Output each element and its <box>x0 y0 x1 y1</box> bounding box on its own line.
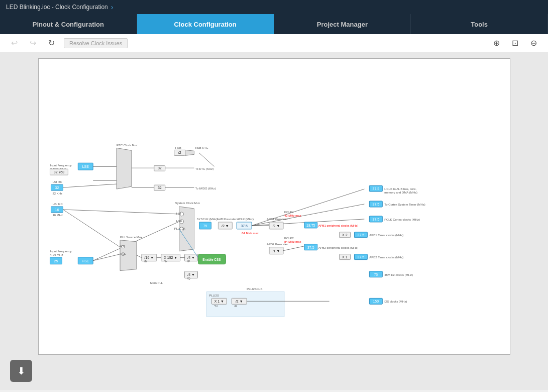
svg-line-32 <box>63 210 179 214</box>
svg-line-92 <box>63 210 120 247</box>
svg-text:HCLK (MHz): HCLK (MHz) <box>237 218 254 221</box>
rtc-mux-label: RTC Clock Mux <box>117 144 138 147</box>
download-icon: ⬇ <box>17 365 26 377</box>
svg-text:32: 32 <box>157 186 161 189</box>
svg-line-13 <box>199 153 214 166</box>
lsi-label: LSI RC <box>52 180 62 183</box>
svg-text:/16 ▼: /16 ▼ <box>144 256 154 259</box>
svg-text:System Clock Mux: System Clock Mux <box>175 202 199 205</box>
undo-button[interactable]: ↩ <box>8 36 21 50</box>
svg-text:37.5: 37.5 <box>372 203 379 206</box>
svg-text:/2 ▼: /2 ▼ <box>222 224 229 228</box>
title-arrow: › <box>111 3 114 11</box>
lse-label: LSE <box>82 165 89 168</box>
svg-text:/4 ▼: /4 ▼ <box>187 256 195 259</box>
svg-text:To IWDG (KHz): To IWDG (KHz) <box>195 187 215 190</box>
svg-text:37.5: 37.5 <box>357 255 364 259</box>
svg-text:84 MHz max: 84 MHz max <box>284 240 301 243</box>
svg-text:HSE: HSE <box>120 252 126 255</box>
hse-value: 25 <box>54 259 58 263</box>
svg-text:48M Hz clocks (MHz): 48M Hz clocks (MHz) <box>384 273 413 276</box>
title-bar: LED Blinking.ioc - Clock Configuration › <box>0 0 548 14</box>
svg-text:HCLK to AHB bus, core,: HCLK to AHB bus, core, <box>384 187 416 190</box>
tab-bar: Pinout & Configuration Clock Configurati… <box>0 14 548 34</box>
svg-text:X 1: X 1 <box>342 255 348 259</box>
svg-text:/4 ▼: /4 ▼ <box>187 273 195 276</box>
svg-text:/2 ▼: /2 ▼ <box>235 300 243 303</box>
svg-marker-11 <box>185 150 194 155</box>
lse-value: 32.768 <box>53 170 64 174</box>
svg-text:PCLK2: PCLK2 <box>284 237 294 240</box>
input-freq-label-1: Input Frequency <box>50 164 71 167</box>
lsi-freq: 32 KHz <box>52 192 62 195</box>
svg-text:/1 ▼: /1 ▼ <box>272 249 280 253</box>
svg-text:/M: /M <box>144 260 147 263</box>
hsi-value: 16 <box>55 208 59 212</box>
svg-text:32: 32 <box>157 166 161 170</box>
tab-tools[interactable]: Tools <box>411 14 548 34</box>
hsi-label: HSI RC <box>52 203 63 206</box>
svg-text:I2S clocks (MHz): I2S clocks (MHz) <box>384 300 407 303</box>
download-button[interactable]: ⬇ <box>10 360 32 382</box>
input-freq-label-2: Input Frequency <box>50 250 71 253</box>
svg-text:PLLI2S: PLLI2S <box>209 294 219 297</box>
tab-pinout[interactable]: Pinout & Configuration <box>0 14 137 34</box>
svg-text:HSB RTC: HSB RTC <box>195 146 208 149</box>
toolbar: ↩ ↪ ↻ Resolve Clock Issues ⊕ ⊡ ⊖ <box>0 34 548 52</box>
svg-text:PLLI2SCLK: PLLI2SCLK <box>247 287 262 290</box>
svg-text:PCLK1: PCLK1 <box>284 211 294 214</box>
svg-text:150: 150 <box>373 300 379 303</box>
svg-text:37.5: 37.5 <box>241 224 248 228</box>
lsi-value: 32 <box>55 186 59 189</box>
zoom-in-button[interactable]: ⊕ <box>490 36 503 50</box>
svg-line-93 <box>93 254 120 261</box>
svg-text:/R: /R <box>234 305 238 308</box>
svg-text:X 2: X 2 <box>342 233 348 237</box>
svg-text:AHB Prescaler: AHB Prescaler <box>216 218 236 221</box>
svg-text:To RTC (KHz): To RTC (KHz) <box>195 167 213 170</box>
fit-button[interactable]: ⊡ <box>509 36 521 50</box>
svg-text:37.5: 37.5 <box>307 246 314 249</box>
svg-text:/P: /P <box>187 260 190 263</box>
svg-text:APB1 Prescaler: APB1 Prescaler <box>267 218 288 221</box>
svg-text:memory and DMA (MHz): memory and DMA (MHz) <box>384 191 417 194</box>
svg-text:X 1 ▼: X 1 ▼ <box>214 300 224 303</box>
resolve-clock-button[interactable]: Resolve Clock Issues <box>64 38 128 48</box>
svg-text:18.75: 18.75 <box>306 224 315 227</box>
sysclk-value: 75 <box>203 224 207 228</box>
svg-text:APB2 Timer clocks (MHz): APB2 Timer clocks (MHz) <box>369 256 403 259</box>
svg-text:*N: *N <box>214 305 217 308</box>
rtc-mux <box>117 148 132 189</box>
svg-text:HSE: HSE <box>176 220 182 223</box>
svg-text:FCLK Cortex clocks (MHz): FCLK Cortex clocks (MHz) <box>384 218 420 221</box>
svg-text:APB2 peripheral clocks (MHz): APB2 peripheral clocks (MHz) <box>318 246 358 249</box>
svg-line-109 <box>136 255 141 258</box>
clock-diagram: Input Frequency 0-1000 KHz LSE 32.768 LS… <box>38 58 510 355</box>
tab-clock[interactable]: Clock Configuration <box>137 14 274 34</box>
svg-text:HSI: HSI <box>120 245 125 248</box>
svg-text:To Cortex System Timer (MHz): To Cortex System Timer (MHz) <box>384 203 425 206</box>
svg-line-75 <box>283 246 304 251</box>
main-content: Input Frequency 0-1000 KHz LSE 32.768 LS… <box>0 52 548 390</box>
svg-text:37.5: 37.5 <box>372 218 379 221</box>
zoom-out-button[interactable]: ⊖ <box>527 36 540 50</box>
svg-text:84 MHz max: 84 MHz max <box>242 232 259 235</box>
svg-text:*N: *N <box>164 260 167 263</box>
svg-text:42 MHz max: 42 MHz max <box>284 214 301 217</box>
refresh-button[interactable]: ↻ <box>45 36 58 50</box>
svg-text:37.5: 37.5 <box>357 233 364 237</box>
tab-project[interactable]: Project Manager <box>274 14 411 34</box>
svg-line-20 <box>63 184 117 187</box>
svg-text:75: 75 <box>374 273 378 276</box>
svg-text:/2: /2 <box>178 151 181 154</box>
svg-text:/2 ▼: /2 ▼ <box>272 224 280 228</box>
hsi-freq: 16 MHz <box>52 214 63 217</box>
svg-text:/Q: /Q <box>187 277 190 280</box>
svg-text:PLL Source Mux: PLL Source Mux <box>120 236 142 239</box>
svg-text:Enable CSS: Enable CSS <box>202 258 221 261</box>
title-text: LED Blinking.ioc - Clock Configuration <box>6 4 108 11</box>
svg-text:HSB: HSB <box>175 146 181 149</box>
svg-text:37.5: 37.5 <box>372 187 379 190</box>
redo-button[interactable]: ↪ <box>27 36 39 50</box>
svg-text:APB1 peripheral clocks (MHz): APB1 peripheral clocks (MHz) <box>318 224 358 227</box>
